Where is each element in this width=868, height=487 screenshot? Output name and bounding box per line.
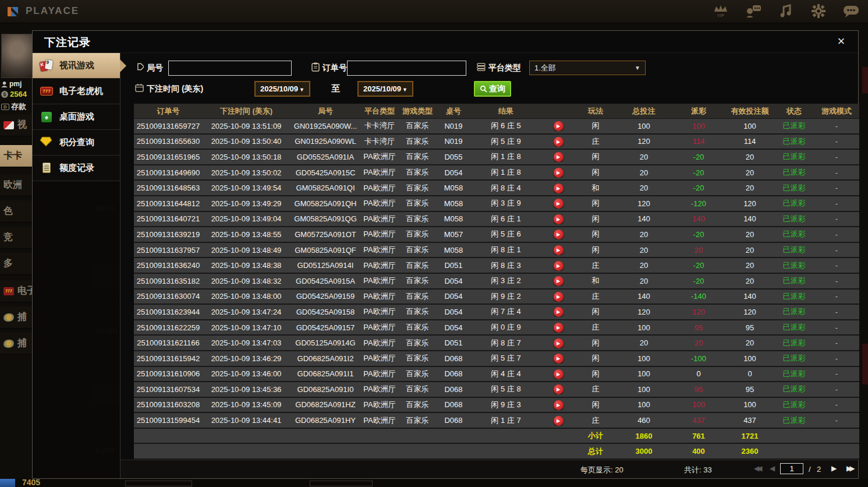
replay-button[interactable]: ▶	[554, 307, 564, 317]
replay-button[interactable]: ▶	[554, 230, 564, 239]
replay-button[interactable]: ▶	[554, 400, 564, 410]
lobby-menu-item[interactable]: 视	[0, 114, 33, 136]
search-button[interactable]: 查询	[474, 81, 511, 97]
page-number-input[interactable]: 1	[780, 463, 803, 474]
search-icon	[480, 85, 487, 93]
table-row: 251009131637957 2025-10-09 13:48:49 GM05…	[134, 243, 859, 259]
tab-label: 视讯游戏	[59, 60, 94, 71]
lobby-menu-item[interactable]: 卡卡	[0, 145, 33, 167]
table-row: 251009131644812 2025-10-09 13:49:29 GM05…	[134, 196, 859, 212]
deposit-button[interactable]: D 存款	[1, 101, 26, 112]
round-no-label: 局号	[147, 63, 163, 73]
column-header: 桌号	[437, 106, 470, 117]
lobby-menu-label: 电子	[17, 285, 33, 297]
table-row: 251009131636240 2025-10-09 13:48:38 GD05…	[134, 258, 859, 274]
play-icon: ▶	[557, 123, 560, 129]
play-icon: ▶	[557, 248, 560, 253]
lobby-menu-item[interactable]: 捕	[0, 306, 33, 329]
replay-button[interactable]: ▶	[554, 183, 564, 193]
support-chat-icon[interactable]	[745, 2, 762, 20]
replay-button[interactable]: ▶	[554, 369, 564, 379]
lobby-menu-item[interactable]: 色	[0, 200, 33, 223]
replay-button[interactable]: ▶	[554, 245, 564, 255]
table-header-row: 订单号下注时间 (美东)局号平台类型游戏类型桌号结果玩法总投注派彩有效投注额状态…	[134, 104, 859, 119]
replay-button[interactable]: ▶	[554, 338, 564, 348]
replay-button[interactable]: ▶	[554, 152, 564, 162]
platform-type-select[interactable]: 1.全部 ▼	[529, 61, 646, 75]
lobby-menu-item[interactable]: 777电子	[0, 280, 33, 302]
lobby-menu-label: 色	[3, 205, 13, 217]
vip-icon[interactable]: VIP	[712, 2, 729, 20]
lobby-menu-item[interactable]: 竞	[0, 227, 33, 249]
tab-积分查询[interactable]: 积分查询	[33, 130, 120, 156]
last-page-icon[interactable]: ▶▶	[846, 464, 852, 472]
table-row: 251009131635182 2025-10-09 13:48:32 GD05…	[134, 274, 859, 290]
replay-button[interactable]: ▶	[554, 261, 564, 271]
avatar[interactable]	[1, 34, 33, 78]
calendar-icon	[135, 83, 144, 94]
replay-button[interactable]: ▶	[554, 292, 564, 302]
close-icon[interactable]: ×	[834, 34, 849, 49]
lobby-menu-item[interactable]: 欧洲	[0, 174, 33, 196]
chevron-down-icon: ▼	[299, 87, 304, 93]
replay-button[interactable]: ▶	[554, 354, 564, 364]
top-bar: PLAYACE VIP	[0, 0, 868, 23]
date-from-select[interactable]: 2025/10/09▼	[254, 81, 310, 97]
column-header: 有效投注额	[725, 106, 774, 117]
lobby-menu-item[interactable]: 多	[0, 253, 33, 275]
date-to-select[interactable]: 2025/10/09▼	[357, 81, 413, 97]
replay-button[interactable]: ▶	[554, 214, 564, 224]
replay-button[interactable]: ▶	[554, 199, 564, 209]
column-header: 状态	[774, 106, 814, 117]
subtotal-row: 小计18607611721	[134, 429, 859, 444]
diamond-icon	[40, 136, 55, 149]
lobby-background-fragment	[862, 67, 868, 93]
total-count-label: 共计: 33	[684, 465, 712, 475]
round-no-input[interactable]	[168, 61, 292, 76]
play-icon: ▶	[557, 403, 560, 408]
tab-电子老虎机[interactable]: 777电子老虎机	[33, 79, 120, 104]
tab-视讯游戏[interactable]: K9视讯游戏	[33, 53, 120, 79]
brand-logo: PLAYACE	[6, 3, 79, 19]
play-icon: ▶	[557, 186, 560, 191]
music-note-icon[interactable]	[777, 2, 795, 20]
chevron-down-icon: ▼	[635, 61, 640, 75]
bottom-panel-fragment	[125, 481, 192, 486]
replay-button[interactable]: ▶	[554, 121, 564, 131]
table-footer: 每页显示: 20 共计: 33 ◀◀ ◀ 1 / 2 ▶ ▶▶	[121, 460, 858, 478]
slot-icon: 777	[3, 287, 14, 295]
replay-button[interactable]: ▶	[554, 168, 564, 178]
play-icon: ▶	[557, 341, 560, 346]
chat-bubbles-icon[interactable]	[842, 2, 860, 20]
lobby-menu-item[interactable]: 捕	[0, 333, 33, 355]
bottom-blue-tile[interactable]	[0, 479, 15, 487]
first-page-icon[interactable]: ◀◀	[754, 464, 760, 472]
lobby-username: pmj	[1, 80, 22, 88]
lobby-menu-label: 卡卡	[3, 150, 22, 162]
replay-button[interactable]: ▶	[554, 276, 564, 286]
dialog-title-bar: 下注记录 ×	[33, 31, 858, 53]
next-page-icon[interactable]: ▶	[831, 464, 837, 472]
replay-button[interactable]: ▶	[554, 416, 564, 426]
play-icon: ▶	[557, 278, 560, 284]
replay-button[interactable]: ▶	[554, 323, 564, 333]
column-header: 结果	[470, 106, 541, 117]
column-header: 订单号	[134, 106, 203, 117]
table-icon: ♠	[40, 111, 55, 123]
play-icon: ▶	[557, 170, 560, 175]
settings-gear-icon[interactable]	[810, 2, 827, 20]
tab-桌面游戏[interactable]: ♠桌面游戏	[33, 104, 120, 130]
svg-text:VIP: VIP	[717, 13, 725, 18]
prev-page-icon[interactable]: ◀	[770, 464, 775, 472]
play-icon: ▶	[557, 356, 560, 361]
play-icon: ▶	[557, 263, 560, 269]
order-no-input[interactable]	[347, 61, 466, 76]
replay-button[interactable]: ▶	[554, 384, 564, 394]
lobby-balance: $ 2564	[1, 90, 27, 98]
play-icon: ▶	[557, 309, 560, 315]
bet-records-table: 订单号下注时间 (美东)局号平台类型游戏类型桌号结果玩法总投注派彩有效投注额状态…	[134, 104, 859, 460]
column-header: 玩法	[575, 106, 616, 117]
coin-icon: $	[1, 91, 8, 98]
replay-button[interactable]: ▶	[554, 137, 564, 147]
tab-额度记录[interactable]: 额度记录	[33, 156, 120, 181]
